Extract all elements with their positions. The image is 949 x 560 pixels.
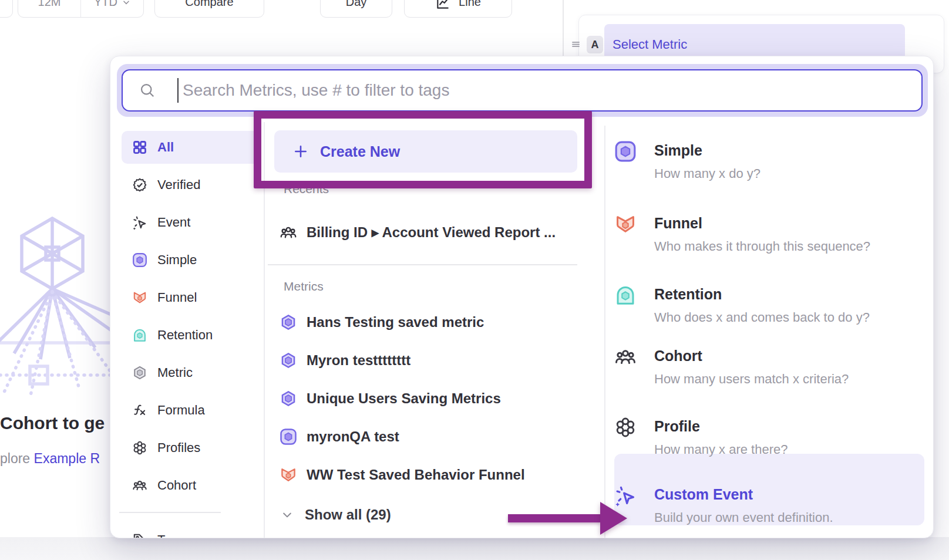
metric-icon — [132, 365, 147, 380]
retention-icon — [132, 328, 147, 343]
text-caret — [177, 78, 179, 103]
show-all-toggle[interactable]: Show all (29) — [281, 500, 493, 530]
metric-item-label: WW Test Saved Behavior Funnel — [307, 467, 525, 483]
line-label: Line — [459, 0, 481, 9]
sidebar-item-metric[interactable]: Metric — [122, 356, 260, 389]
metric-item-label: Myron testttttttt — [307, 352, 410, 369]
tag-icon — [132, 532, 147, 538]
drag-handle-icon[interactable] — [571, 39, 581, 49]
empty-state-headline: Cohort to ge — [0, 413, 111, 433]
type-subtitle: Build your own event definition. — [654, 510, 833, 525]
recent-item-label: Billing ID ▸ Account Viewed Report ... — [307, 224, 556, 241]
cohort-icon — [132, 478, 147, 493]
page-bottom-strip — [0, 537, 949, 560]
sidebar-item-label: Verified — [157, 177, 200, 193]
cohort-icon — [280, 224, 297, 241]
sidebar-item-all[interactable]: All — [122, 131, 260, 164]
metric-list-item[interactable]: WW Test Saved Behavior Funnel — [280, 460, 573, 490]
metric-item-label: Hans Testing saved metric — [307, 314, 484, 330]
type-subtitle: How many x are there? — [654, 442, 788, 457]
sidebar-item-simple[interactable]: Simple — [122, 244, 260, 276]
simple-icon — [614, 140, 637, 163]
formula-icon — [132, 403, 147, 418]
example-reports-link[interactable]: Example R — [34, 451, 100, 466]
sidebar-item-label: T — [157, 532, 165, 538]
recent-item[interactable]: Billing ID ▸ Account Viewed Report ... — [280, 217, 573, 248]
sidebar-item-label: Retention — [157, 328, 213, 343]
partial-toolbar-button[interactable] — [0, 0, 13, 18]
sidebar-item-verified[interactable]: Verified — [122, 168, 260, 201]
chevron-down-icon — [122, 0, 130, 6]
chevron-down-icon — [281, 509, 293, 521]
metric-list-item[interactable]: Hans Testing saved metric — [280, 307, 573, 338]
metric-list-item[interactable]: Unique Users Saving Metrics — [280, 383, 573, 414]
background-illustration — [0, 195, 114, 397]
type-subtitle: Who does x and comes back to do y? — [654, 310, 870, 325]
sidebar-item-profiles[interactable]: Profiles — [122, 431, 260, 464]
sidebar-item-formula[interactable]: Formula — [122, 394, 260, 427]
type-title: Retention — [654, 286, 722, 303]
metric-item-label: Unique Users Saving Metrics — [307, 390, 501, 407]
compare-button[interactable]: Compare — [154, 0, 264, 18]
simple-icon — [280, 428, 297, 446]
metric-list-item[interactable]: myronQA test — [280, 421, 573, 452]
metrics-header: Metrics — [284, 279, 324, 294]
profiles-icon — [614, 416, 637, 438]
annotation-rectangle — [254, 111, 592, 188]
range-12m-label: 12M — [38, 0, 61, 9]
date-range-segmented-control: 12M YTD — [18, 0, 144, 18]
results-column-divider — [604, 126, 605, 538]
show-all-label: Show all (29) — [305, 507, 391, 523]
sidebar-item-label: Formula — [157, 403, 205, 418]
range-ytd-label: YTD — [94, 0, 117, 9]
sidebar-item-cohort[interactable]: Cohort — [122, 469, 260, 502]
grid-icon — [132, 140, 147, 155]
type-subtitle: Who makes it through this sequence? — [654, 239, 870, 254]
type-subtitle: How many users match x criteria? — [654, 372, 849, 387]
type-subtitle: How many x do y? — [654, 166, 760, 181]
sidebar-item-label: Simple — [157, 252, 197, 268]
funnel-icon — [614, 213, 637, 235]
simple-icon — [132, 252, 147, 268]
type-title: Funnel — [654, 215, 702, 232]
line-chart-type-button[interactable]: Line — [404, 0, 512, 18]
recents-divider — [268, 264, 577, 265]
series-badge: A — [587, 36, 603, 53]
search-input[interactable] — [181, 73, 889, 108]
line-chart-icon — [435, 0, 450, 11]
search-field — [122, 69, 923, 112]
search-icon — [139, 82, 156, 99]
verified-icon — [132, 177, 147, 193]
sidebar-item-label: Funnel — [157, 290, 197, 305]
sidebar-item-label: Cohort — [157, 478, 196, 493]
funnel-icon — [132, 290, 147, 305]
hexagon-icon — [280, 390, 297, 407]
event-icon — [132, 215, 147, 230]
annotation-arrow-tail — [508, 514, 601, 522]
type-title: Profile — [654, 418, 700, 435]
empty-state-explore-line: plore Example R — [0, 451, 111, 467]
sidebar-item-retention[interactable]: Retention — [122, 319, 260, 352]
hexagon-icon — [280, 313, 297, 331]
sidebar-item-label: Profiles — [157, 440, 200, 456]
metric-list-item[interactable]: Myron testttttttt — [280, 345, 573, 376]
type-title: Cohort — [654, 348, 702, 365]
sidebar-item-funnel[interactable]: Funnel — [122, 281, 260, 314]
sidebar-item-label: Event — [157, 215, 190, 230]
sidebar-item-event[interactable]: Event — [122, 206, 260, 239]
metric-item-label: myronQA test — [307, 429, 399, 445]
range-ytd-button[interactable]: YTD — [80, 0, 143, 17]
cohort-icon — [614, 346, 637, 368]
sidebar-divider — [119, 512, 221, 513]
day-granularity-button[interactable]: Day — [320, 0, 392, 18]
sidebar-item-label: All — [157, 140, 174, 155]
panel-divider-top — [563, 0, 564, 56]
sidebar-item-label: Metric — [157, 365, 193, 380]
retention-icon — [614, 284, 637, 306]
sidebar-item-overflow[interactable]: T — [122, 524, 260, 538]
explore-prefix: plore — [0, 451, 34, 466]
range-12m-button[interactable]: 12M — [18, 0, 80, 17]
compare-label: Compare — [185, 0, 233, 9]
app-screen: 12M YTD Compare Day Line — [0, 0, 949, 560]
funnel-icon — [280, 466, 297, 484]
